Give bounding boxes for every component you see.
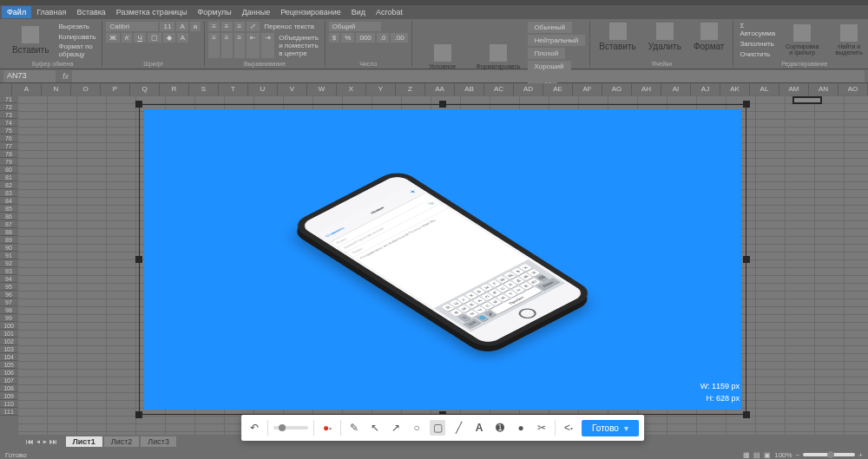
row-header[interactable]: 77 <box>0 142 17 150</box>
color-picker[interactable]: ●▾ <box>319 420 335 436</box>
row-header[interactable]: 92 <box>0 259 17 267</box>
resize-handle-tr[interactable] <box>743 101 750 108</box>
resize-handle-mr[interactable] <box>743 256 750 263</box>
row-header[interactable]: 88 <box>0 228 17 236</box>
row-header[interactable]: 104 <box>0 353 17 361</box>
row-header[interactable]: 87 <box>0 220 17 228</box>
tab-home[interactable]: Главная <box>31 6 71 18</box>
resize-handle-bl[interactable] <box>135 411 142 418</box>
tab-data[interactable]: Данные <box>237 6 276 18</box>
italic-button[interactable]: К <box>122 33 133 43</box>
row-header[interactable]: 102 <box>0 338 17 345</box>
row-header[interactable]: 86 <box>0 213 17 220</box>
row-header[interactable]: 110 <box>0 400 17 408</box>
row-header[interactable]: 78 <box>0 150 17 158</box>
indent-inc-button[interactable]: ⇥ <box>261 33 274 58</box>
undo-button[interactable]: ↶ <box>247 420 262 436</box>
row-header[interactable]: 84 <box>0 197 17 205</box>
font-size-select[interactable]: 11 <box>160 22 174 31</box>
row-header[interactable]: 91 <box>0 252 17 259</box>
align-bot-button[interactable]: ≡ <box>234 22 246 31</box>
row-header[interactable]: 76 <box>0 134 17 142</box>
row-header[interactable]: 109 <box>0 392 17 400</box>
row-header[interactable]: 107 <box>0 377 17 384</box>
autosum-button[interactable]: Σ Автосумма <box>737 21 778 38</box>
rect-tool[interactable]: ▢ <box>430 420 445 436</box>
tab-review[interactable]: Рецензирование <box>275 6 346 18</box>
indent-dec-button[interactable]: ⇤ <box>247 33 260 58</box>
percent-button[interactable]: % <box>341 33 354 43</box>
screenshot-selection[interactable]: Отменить Новое + Кому: Копия/Скрытая коп… <box>139 104 746 415</box>
format-painter-button[interactable]: Формат по образцу <box>56 42 98 59</box>
col-header[interactable]: AK <box>720 83 750 95</box>
bold-button[interactable]: Ж <box>106 33 119 43</box>
sort-filter-button[interactable]: Сортировка и фильтр <box>779 23 825 57</box>
style-normal[interactable]: Обычный <box>528 22 572 33</box>
row-header[interactable]: 101 <box>0 330 17 338</box>
name-box[interactable]: AN73 <box>3 70 56 82</box>
inc-decimal-button[interactable]: .0 <box>377 33 390 43</box>
text-tool[interactable]: A <box>471 420 487 436</box>
col-header[interactable]: AC <box>484 83 514 95</box>
col-header[interactable]: V <box>278 83 307 95</box>
tab-layout[interactable]: Разметка страницы <box>111 6 193 18</box>
row-header[interactable]: 89 <box>0 236 17 244</box>
row-header[interactable]: 81 <box>0 174 17 181</box>
number-tool[interactable]: ➊ <box>492 420 508 436</box>
view-break-icon[interactable]: ▣ <box>764 451 771 459</box>
row-header[interactable]: 99 <box>0 314 17 322</box>
row-header[interactable]: 83 <box>0 189 17 197</box>
circle-tool[interactable]: ○ <box>409 420 424 436</box>
border-button[interactable]: ▢ <box>148 33 161 43</box>
thickness-slider[interactable] <box>273 426 308 429</box>
fx-icon[interactable]: fx <box>59 72 72 81</box>
row-header[interactable]: 82 <box>0 181 17 189</box>
col-header[interactable]: AJ <box>691 83 720 95</box>
row-header[interactable]: 80 <box>0 166 17 174</box>
row-header[interactable]: 85 <box>0 205 17 213</box>
col-header[interactable]: R <box>160 83 189 95</box>
tab-insert[interactable]: Вставка <box>71 6 110 18</box>
sheet-tab-2[interactable]: Лист2 <box>104 436 140 447</box>
col-header[interactable]: W <box>307 83 337 95</box>
style-bad[interactable]: Плохой <box>528 48 566 59</box>
row-header[interactable]: 79 <box>0 158 17 166</box>
col-header[interactable]: AN <box>809 83 838 95</box>
row-header[interactable]: 93 <box>0 267 17 275</box>
row-header[interactable]: 96 <box>0 291 17 298</box>
view-layout-icon[interactable]: ▤ <box>753 451 760 459</box>
resize-handle-ml[interactable] <box>135 256 142 263</box>
col-header[interactable]: AI <box>661 83 691 95</box>
row-header[interactable]: 71 <box>0 95 17 103</box>
col-header[interactable]: AD <box>514 83 543 95</box>
resize-handle-br[interactable] <box>743 411 750 418</box>
line-tool[interactable]: ↖ <box>367 420 383 436</box>
col-header[interactable]: O <box>71 83 101 95</box>
insert-cell-button[interactable]: Вставить <box>594 21 641 53</box>
row-header[interactable]: 74 <box>0 119 17 127</box>
col-header[interactable]: AM <box>779 83 809 95</box>
formula-input[interactable] <box>72 70 865 82</box>
paste-button[interactable]: Вставить <box>7 24 54 56</box>
copy-button[interactable]: Копировать <box>56 32 98 42</box>
row-header[interactable]: 103 <box>0 345 17 353</box>
sheet-tab-3[interactable]: Лист3 <box>141 436 176 447</box>
resize-handle-tl[interactable] <box>135 101 142 108</box>
row-header[interactable]: 73 <box>0 111 17 119</box>
col-header[interactable]: AE <box>543 83 573 95</box>
resize-handle-tm[interactable] <box>439 101 446 108</box>
number-format-select[interactable]: Общий <box>329 22 381 31</box>
col-header[interactable]: AL <box>750 83 779 95</box>
fill-color-button[interactable]: ◆ <box>163 33 175 43</box>
select-all-corner[interactable] <box>0 83 12 95</box>
row-header[interactable]: 100 <box>0 322 17 330</box>
decrease-font-button[interactable]: a <box>190 22 201 31</box>
col-header[interactable]: AG <box>602 83 632 95</box>
font-name-select[interactable]: Calibri <box>106 22 158 31</box>
col-header[interactable]: AO <box>838 83 868 95</box>
tab-view[interactable]: Вид <box>346 6 371 18</box>
row-header[interactable]: 75 <box>0 127 17 134</box>
col-header[interactable]: S <box>189 83 219 95</box>
orientation-button[interactable]: ⤢ <box>247 22 260 31</box>
zoom-slider[interactable] <box>803 453 855 456</box>
